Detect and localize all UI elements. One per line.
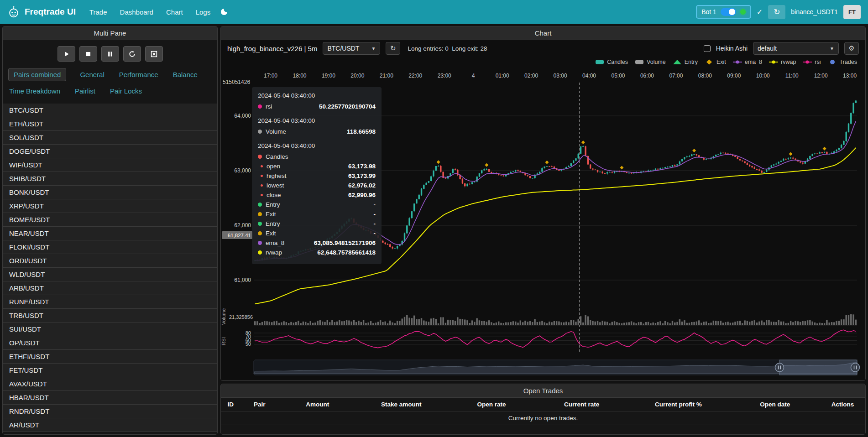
tab-pairs-combined[interactable]: Pairs combined — [8, 68, 66, 81]
tooltip-timestamp: 2024-05-04 03:40:00 — [258, 92, 376, 99]
tooltip-value: - — [374, 230, 376, 237]
nav-link-chart[interactable]: Chart — [166, 8, 183, 16]
column-amount: Amount — [279, 398, 356, 411]
pair-item-op[interactable]: OP/USDT — [3, 336, 217, 350]
tooltip-label: ema_8 — [266, 239, 284, 246]
tab-time-breakdown[interactable]: Time Breakdown — [8, 85, 61, 97]
tooltip-row-Volume: Volume118.66598 — [258, 127, 376, 136]
theme-toggle-icon[interactable] — [220, 8, 228, 16]
legend-ema_8[interactable]: ema_8 — [733, 59, 762, 65]
pair-item-near[interactable]: NEAR/USDT — [3, 226, 217, 240]
pair-item-fet[interactable]: FET/USDT — [3, 363, 217, 377]
tooltip-label: rsi — [266, 103, 272, 110]
play-button[interactable] — [58, 46, 75, 62]
column-open-rate: Open rate — [446, 398, 537, 411]
tooltip-timestamp: 2024-05-04 03:40:00 — [258, 117, 376, 124]
pair-select[interactable]: BTC/USDT ▼ — [323, 42, 380, 55]
legend-candles[interactable]: Candles — [595, 59, 628, 65]
global-refresh-button[interactable]: ↻ — [768, 5, 785, 19]
tooltip-value: 62,976.02 — [348, 182, 376, 189]
pair-item-xrp[interactable]: XRP/USDT — [3, 199, 217, 213]
nav-link-dashboard[interactable]: Dashboard — [120, 8, 153, 16]
pair-item-eth[interactable]: ETH/USDT — [3, 117, 217, 131]
nav-link-logs[interactable]: Logs — [196, 8, 211, 16]
pair-item-shib[interactable]: SHIB/USDT — [3, 172, 217, 186]
avatar[interactable]: FT — [843, 5, 861, 19]
legend-rsi[interactable]: rsi — [803, 59, 821, 65]
pair-item-avax[interactable]: AVAX/USDT — [3, 377, 217, 391]
tooltip-row-rvwap: rvwap62,648.75785661418 — [258, 248, 376, 257]
pair-item-ordi[interactable]: ORDI/USDT — [3, 254, 217, 268]
tooltip-row-Entry: Entry- — [258, 200, 376, 209]
bot-toggle[interactable] — [721, 8, 736, 16]
open-trades-panel: Open Trades IDPairAmountStake amountOpen… — [220, 384, 866, 435]
legend-trades[interactable]: Trades — [828, 59, 857, 65]
refresh-button[interactable] — [123, 46, 141, 62]
entry-swatch-icon — [673, 59, 682, 65]
tab-performance[interactable]: Performance — [118, 68, 159, 81]
chart-refresh-button[interactable]: ↻ — [386, 42, 400, 55]
pair-item-btc[interactable]: BTC/USDT — [3, 104, 217, 117]
bot-selector[interactable]: Bot 1 — [696, 5, 751, 19]
tab-general[interactable]: General — [79, 68, 105, 81]
tab-balance[interactable]: Balance — [172, 68, 199, 81]
exit-marker-icon — [823, 147, 826, 151]
pair-item-bome[interactable]: BOME/USDT — [3, 213, 217, 227]
pair-item-sol[interactable]: SOL/USDT — [3, 130, 217, 145]
pair-item-rndr[interactable]: RNDR/USDT — [3, 404, 217, 418]
datazoom-handle[interactable] — [775, 363, 784, 372]
tooltip-section: 2024-05-04 03:40:00Volume118.66598 — [258, 117, 376, 136]
pair-item-doge[interactable]: DOGE/USDT — [3, 144, 217, 158]
legend-volume[interactable]: Volume — [635, 59, 666, 65]
pause-button[interactable] — [101, 46, 119, 62]
plot-settings-gear-button[interactable]: ⚙ — [844, 42, 859, 55]
column-stake-amount: Stake amount — [356, 398, 447, 411]
tab-pairlist[interactable]: Pairlist — [74, 85, 96, 97]
pair-item-ethfi[interactable]: ETHFI/USDT — [3, 349, 217, 364]
legend-label: rsi — [815, 59, 821, 65]
exit-marker-icon — [789, 152, 793, 156]
chart-panel-title: Chart — [221, 26, 865, 40]
legend-rvwap[interactable]: rvwap — [769, 59, 796, 65]
legend-label: rvwap — [781, 59, 796, 65]
svg-text:515051426: 515051426 — [223, 79, 250, 85]
nav-link-trade[interactable]: Trade — [89, 8, 107, 16]
Candles-dot-icon — [258, 155, 262, 159]
pair-item-hbar[interactable]: HBAR/USDT — [3, 390, 217, 405]
tooltip-row-Exit: Exit- — [258, 209, 376, 219]
pair-item-ar[interactable]: AR/USDT — [3, 418, 217, 432]
stop-button[interactable] — [79, 46, 97, 62]
plot-config-select[interactable]: default ▼ — [753, 42, 839, 55]
forced-exit-button[interactable] — [145, 46, 163, 62]
legend-label: Exit — [716, 59, 726, 65]
legend-label: Trades — [840, 59, 857, 65]
tooltip-row-rsi: rsi50.22577020190704 — [258, 102, 376, 111]
pair-item-sui[interactable]: SUI/USDT — [3, 322, 217, 336]
no-open-trades-message: Currently no open trades. — [221, 411, 865, 425]
top-navbar: Freqtrade UI TradeDashboardChartLogs Bot… — [0, 0, 868, 24]
tooltip-row-close: close62,990.96 — [258, 190, 376, 200]
pair-item-rune[interactable]: RUNE/USDT — [3, 295, 217, 309]
tooltip-row-Candles: Candles — [258, 152, 376, 161]
datazoom-handle[interactable] — [851, 363, 860, 372]
legend-entry[interactable]: Entry — [673, 59, 698, 65]
pair-item-wld[interactable]: WLD/USDT — [3, 267, 217, 281]
datazoom-window[interactable] — [779, 360, 857, 375]
chevron-down-icon: ▼ — [830, 46, 834, 51]
tab-pair-locks[interactable]: Pair Locks — [109, 85, 143, 97]
legend-exit[interactable]: Exit — [705, 59, 726, 65]
column-pair: Pair — [240, 398, 279, 411]
pair-item-wif[interactable]: WIF/USDT — [3, 158, 217, 172]
heikin-ashi-checkbox[interactable] — [704, 45, 711, 52]
highest-dot-icon — [261, 175, 263, 177]
tooltip-label: Candles — [266, 153, 288, 160]
candles-swatch-icon — [595, 59, 604, 65]
pair-item-bonk[interactable]: BONK/USDT — [3, 185, 217, 199]
pair-item-floki[interactable]: FLOKI/USDT — [3, 240, 217, 254]
pair-item-trb[interactable]: TRB/USDT — [3, 308, 217, 323]
column-current-profit-%: Current profit % — [627, 398, 730, 411]
legend-label: Volume — [647, 59, 666, 65]
multi-pane-panel: Multi Pane Pairs combinedGeneralPerforma… — [2, 26, 218, 435]
svg-text:13:00: 13:00 — [843, 73, 857, 79]
pair-item-arb[interactable]: ARB/USDT — [3, 281, 217, 295]
